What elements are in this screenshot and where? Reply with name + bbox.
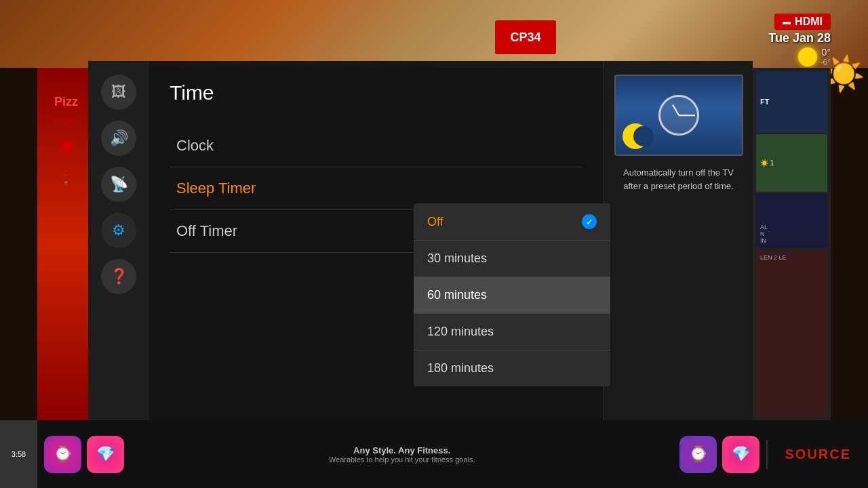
option-180min-label: 180 minutes	[427, 361, 494, 375]
menu-item-clock[interactable]: Clock	[170, 125, 583, 167]
e-label: e	[37, 179, 95, 186]
main-content: Time Clock Sleep Timer Off Timer Off ✓ 3…	[149, 61, 604, 420]
preview-image	[614, 75, 743, 156]
clock-minute-hand	[679, 115, 695, 116]
wearable-item-2: 💎	[87, 436, 124, 473]
dropdown-option-180min[interactable]: 180 minutes	[414, 350, 610, 386]
sidebar-icon-channel[interactable]: 📡	[101, 167, 136, 202]
pizza-brand: Pizz	[37, 88, 95, 116]
hdmi-icon: ▬	[783, 17, 791, 26]
sidebar: 🖼 🔊 📡 ⚙ ❓	[88, 61, 149, 420]
option-off-label: Off	[427, 215, 443, 229]
sidebar-icon-settings[interactable]: ⚙	[101, 213, 136, 248]
wearable-item-1: ⌚	[44, 436, 81, 473]
pizza-sub: STONE	[37, 116, 95, 126]
option-30min-label: 30 minutes	[427, 251, 487, 266]
sidebar-icon-picture[interactable]: 🖼	[101, 75, 136, 110]
background-top	[0, 0, 868, 68]
hdmi-label: HDMI	[795, 16, 823, 28]
channel-logo: CP34	[495, 20, 556, 54]
right-side-content: FT ☀️ 1 ALNIN LEN 2 LE	[753, 68, 831, 420]
wearable-item-4: 💎	[722, 436, 760, 473]
clock-hour-hand	[672, 104, 679, 116]
news-block-1: FT	[756, 71, 827, 132]
option-120min-label: 120 minutes	[427, 325, 494, 339]
settings-icon: ⚙	[112, 222, 125, 239]
moon-decoration	[623, 123, 653, 149]
feature-description: Automatically turn off the TV after a pr…	[614, 166, 743, 192]
date-display: Tue Jan 28	[768, 31, 831, 45]
check-icon: ✓	[582, 214, 597, 229]
sidebar-icon-sound[interactable]: 🔊	[101, 121, 136, 156]
support-icon: ❓	[110, 268, 128, 285]
wearable-item-3: ⌚	[679, 436, 717, 473]
top-right-info: ▬ HDMI Tue Jan 28 0° -6° ☀️	[768, 14, 831, 67]
page-title: Time	[170, 81, 583, 104]
source-button[interactable]: SOURCE	[766, 440, 868, 469]
sound-icon: 🔊	[110, 129, 128, 147]
ticker-headline: Any Style. Any Fitness.	[130, 445, 674, 455]
clock-preview	[658, 95, 699, 136]
red-dot	[60, 140, 73, 153]
sleep-timer-dropdown: Off ✓ 30 minutes 60 minutes 120 minutes …	[414, 203, 610, 386]
dropdown-option-60min[interactable]: 60 minutes	[414, 277, 610, 314]
dropdown-option-120min[interactable]: 120 minutes	[414, 314, 610, 350]
hdmi-badge: ▬ HDMI	[774, 14, 831, 30]
dropdown-option-30min[interactable]: 30 minutes	[414, 241, 610, 277]
ticker-subtext: Wearables to help you hit your fitness g…	[130, 455, 674, 464]
channel-icon: 📡	[110, 176, 128, 193]
news-block-3: ALNIN	[756, 194, 827, 248]
right-panel: Automatically turn off the TV after a pr…	[604, 61, 753, 420]
bottom-time: 3:58	[12, 450, 26, 458]
news-block-2: ☀️ 1	[756, 134, 827, 192]
weather-icon	[798, 47, 817, 66]
picture-icon: 🖼	[111, 83, 126, 101]
bottom-bar: 3:58 ⌚ 💎 Any Style. Any Fitness. Wearabl…	[0, 420, 868, 488]
news-block-4: LEN 2 LE	[756, 250, 827, 417]
menu-overlay: 🖼 🔊 📡 ⚙ ❓ Time Clock Sleep Timer Off Tim…	[88, 61, 753, 420]
sidebar-icon-support[interactable]: ❓	[101, 259, 136, 294]
left-background-strip: Pizz STONE C e	[37, 68, 95, 420]
option-60min-label: 60 minutes	[427, 288, 487, 302]
dropdown-option-off[interactable]: Off ✓	[414, 203, 610, 241]
channel-label-bg: C	[37, 167, 95, 179]
